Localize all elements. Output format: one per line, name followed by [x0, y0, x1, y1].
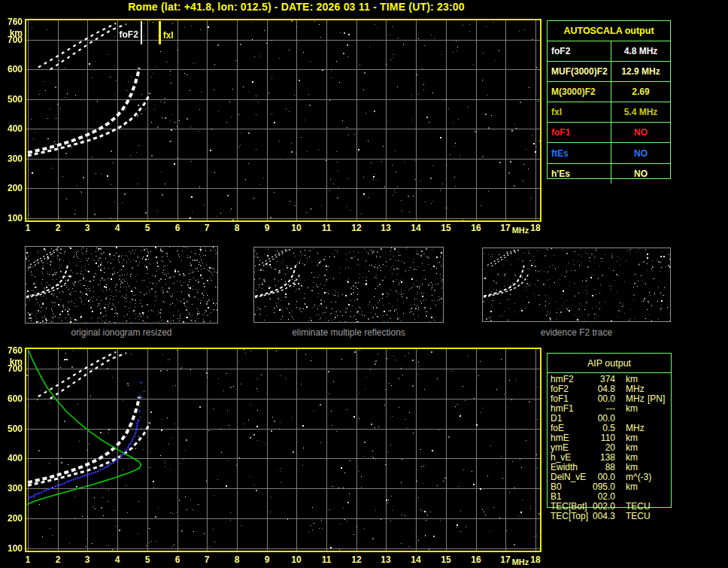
x-tick-label: 10: [287, 554, 305, 565]
panel-eliminate-reflections: [253, 247, 444, 323]
x-axis-unit-label: MHz: [510, 557, 531, 566]
autoscala-row-2: M(3000)F22.69: [548, 81, 670, 102]
y-tick-label: 400: [1, 453, 23, 463]
x-tick-label: 3: [78, 554, 96, 565]
autoscala-param-value: 12.9 MHz: [611, 62, 670, 81]
y-tick-label: 100: [1, 543, 23, 554]
autoscala-param-label: MUF(3000)F2: [548, 62, 611, 81]
aip-output-table: AIP output hmF2374kmfoF204.8MHzfoF100.0M…: [547, 353, 672, 508]
x-tick-label: 15: [437, 554, 455, 565]
autoscala-row-4: foF1NO: [548, 122, 670, 142]
x-tick-label: 5: [138, 223, 156, 233]
x-axis-unit-label: MHz: [510, 226, 531, 235]
y-tick-label: 200: [1, 183, 23, 193]
autoscala-row-6: h'EsNO: [548, 163, 670, 184]
autoscala-param-label: fxI: [548, 102, 611, 122]
y-tick-label: 400: [1, 123, 23, 134]
autoscala-param-label: foF2: [548, 41, 611, 61]
ionogram-bottom-canvas: [26, 349, 540, 551]
x-tick-label: 16: [467, 223, 485, 233]
panel-caption-original: original ionogram resized: [25, 327, 218, 338]
x-tick-label: 7: [198, 554, 216, 565]
autoscala-param-label: ftEs: [548, 143, 611, 163]
autoscala-table-title: AUTOSCALA output: [548, 21, 670, 41]
ionogram-bottom-plot: [25, 348, 541, 552]
aip-row-14: TEC[Top]004.3TECU: [548, 512, 671, 521]
x-tick-label: 6: [168, 223, 187, 233]
autoscala-window: Rome (lat: +41.8, lon: 012.5) - DATE: 20…: [0, 0, 728, 568]
panel-original-canvas: [26, 247, 217, 323]
autoscala-param-label: h'Es: [548, 164, 611, 184]
aip-param-unit: TECU: [626, 512, 651, 521]
panel-original-ionogram: [25, 246, 218, 323]
page-title: Rome (lat: +41.8, lon: 012.5) - DATE: 20…: [14, 1, 579, 13]
autoscala-param-value: 4.8 MHz: [611, 41, 670, 61]
x-tick-label: 6: [168, 554, 187, 565]
autoscala-param-value: NO: [611, 143, 670, 163]
y-tick-label: 760: [1, 345, 23, 356]
autoscala-row-5: ftEsNO: [548, 142, 670, 163]
autoscala-row-3: fxI5.4 MHz: [548, 102, 670, 122]
y-tick-label: 300: [1, 153, 23, 164]
y-axis-unit-label: km: [1, 357, 23, 367]
autoscala-param-value: 2.69: [611, 82, 670, 102]
x-tick-label: 9: [258, 554, 276, 565]
aip-param-unit: km: [626, 404, 638, 414]
y-tick-label: 600: [1, 393, 23, 404]
ionogram-top-canvas: [26, 20, 540, 220]
y-tick-label: 200: [1, 513, 23, 524]
autoscala-param-value: NO: [611, 123, 670, 142]
panel-eliminate-canvas: [254, 248, 443, 322]
panel-caption-evidence: evidence F2 trace: [482, 327, 671, 338]
autoscala-row-0: foF24.8 MHz: [548, 41, 670, 61]
aip-param-note: [PN]: [648, 394, 665, 404]
x-tick-label: 5: [138, 554, 156, 565]
autoscala-param-value: NO: [611, 164, 670, 184]
autoscala-table-rows: foF24.8 MHzMUF(3000)F212.9 MHzM(3000)F22…: [548, 41, 670, 184]
y-tick-label: 100: [1, 213, 23, 223]
aip-table-title: AIP output: [548, 354, 671, 373]
x-tick-label: 13: [377, 554, 395, 565]
x-tick-label: 14: [407, 554, 425, 565]
autoscala-param-label: M(3000)F2: [548, 82, 611, 102]
x-tick-label: 13: [377, 223, 395, 233]
x-tick-label: 7: [198, 223, 216, 233]
autoscala-param-value: 5.4 MHz: [611, 102, 670, 122]
x-tick-label: 12: [347, 554, 366, 565]
x-tick-label: 9: [258, 223, 276, 233]
x-tick-label: 2: [49, 554, 67, 565]
x-tick-label: 1: [19, 223, 37, 233]
fxI-marker-label: fxI: [163, 30, 174, 41]
x-tick-label: 15: [437, 223, 455, 233]
y-tick-label: 600: [1, 64, 23, 74]
ionogram-top-plot: [25, 19, 541, 222]
x-tick-label: 14: [407, 223, 425, 233]
y-tick-label: 500: [1, 94, 23, 105]
x-tick-label: 10: [287, 223, 305, 233]
x-tick-label: 4: [108, 223, 126, 233]
autoscala-param-label: foF1: [548, 123, 611, 142]
x-tick-label: 1: [19, 554, 37, 565]
x-tick-label: 2: [49, 223, 67, 233]
y-axis-unit-label: km: [1, 28, 23, 38]
x-tick-label: 11: [317, 223, 335, 233]
aip-table-rows: hmF2374kmfoF204.8MHzfoF100.0MHz[PN]hmF1-…: [548, 375, 671, 521]
foF2-marker-label: foF2: [108, 29, 138, 40]
autoscala-output-table: AUTOSCALA output foF24.8 MHzMUF(3000)F21…: [547, 20, 671, 179]
x-tick-label: 12: [347, 223, 366, 233]
x-tick-label: 11: [317, 554, 335, 565]
y-tick-label: 300: [1, 483, 23, 494]
autoscala-row-1: MUF(3000)F212.9 MHz: [548, 61, 670, 81]
y-tick-label: 760: [1, 17, 23, 27]
aip-param-value: 004.3: [548, 512, 615, 521]
panel-caption-eliminate: eliminate multiple reflections: [253, 327, 444, 338]
x-tick-label: 8: [228, 554, 246, 565]
y-tick-label: 500: [1, 424, 23, 434]
x-tick-label: 3: [78, 223, 96, 233]
x-tick-label: 16: [467, 554, 485, 565]
x-tick-label: 4: [108, 554, 126, 565]
panel-evidence-canvas: [483, 248, 670, 321]
aip-param-unit: km: [626, 482, 638, 492]
x-tick-label: 8: [228, 223, 246, 233]
panel-evidence-f2: [482, 248, 671, 322]
